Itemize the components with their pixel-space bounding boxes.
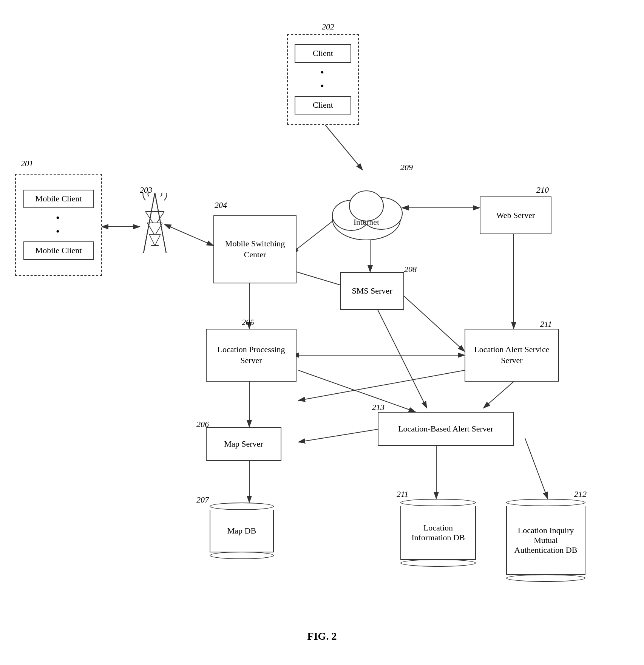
location-inquiry-db-label: Location Inquiry Mutual Authentication D…	[507, 524, 585, 557]
location-inquiry-db-cylinder: Location Inquiry Mutual Authentication D…	[506, 499, 585, 582]
diagram: 202 Client •• Client 201 Mobile Client •…	[0, 0, 644, 665]
ref-213: 213	[372, 402, 385, 412]
mobile-switching-center-label: Mobile Switching Center	[214, 238, 296, 260]
ref-208: 208	[404, 264, 417, 274]
map-server-box: Map Server	[206, 427, 281, 461]
fig-caption: FIG. 2	[0, 630, 644, 642]
location-inquiry-db-bottom	[506, 574, 585, 582]
location-based-alert-server-box: Location-Based Alert Server	[378, 412, 514, 446]
client-box-bottom: Client	[295, 96, 351, 114]
svg-line-5	[322, 121, 363, 170]
location-processing-server-box: Location Processing Server	[206, 329, 297, 382]
mobile-switching-center-box: Mobile Switching Center	[213, 215, 297, 283]
ref-211-lidb: 211	[397, 489, 408, 499]
fig-caption-text: FIG. 2	[307, 630, 337, 642]
ref-205: 205	[242, 317, 254, 327]
map-server-label: Map Server	[224, 439, 263, 450]
tower-icon	[136, 193, 174, 253]
svg-line-20	[525, 438, 548, 499]
location-alert-service-server-label: Location Alert Service Server	[465, 344, 558, 366]
ref-210: 210	[536, 185, 549, 195]
svg-line-11	[400, 293, 465, 351]
mobile-client-box-bottom: Mobile Client	[23, 241, 93, 260]
svg-line-14	[298, 370, 415, 412]
svg-line-13	[298, 370, 465, 401]
ref-207: 207	[196, 495, 209, 505]
location-processing-server-label: Location Processing Server	[207, 344, 296, 366]
ref-204: 204	[215, 200, 227, 210]
web-server-box: Web Server	[480, 196, 551, 234]
svg-line-33	[155, 234, 161, 246]
location-info-db-bottom	[400, 559, 476, 567]
location-info-db-label: Location Information DB	[401, 521, 475, 544]
svg-line-32	[149, 234, 155, 246]
ellipsis-1: ••	[320, 66, 326, 93]
map-db-body: Map DB	[210, 510, 274, 552]
ref-212: 212	[574, 489, 587, 499]
location-inquiry-db-body: Location Inquiry Mutual Authentication D…	[506, 506, 585, 575]
location-based-alert-server-label: Location-Based Alert Server	[398, 424, 493, 435]
location-info-db-body: Location Information DB	[400, 506, 476, 560]
sms-server-box: SMS Server	[340, 272, 404, 310]
map-db-bottom	[210, 552, 274, 559]
location-inquiry-db-top	[506, 499, 585, 506]
svg-text:Internet: Internet	[354, 217, 379, 227]
client-group-box: Client •• Client	[287, 34, 359, 125]
map-db-label: Map DB	[227, 526, 256, 536]
web-server-label: Web Server	[496, 210, 535, 221]
ref-201: 201	[21, 159, 33, 169]
internet-cloud: Internet	[325, 170, 408, 246]
map-db-cylinder: Map DB	[210, 503, 274, 559]
map-db-top	[210, 503, 274, 510]
ellipsis-2: ••	[56, 211, 61, 239]
location-info-db-top	[400, 499, 476, 506]
svg-line-15	[378, 310, 427, 408]
ref-202: 202	[322, 22, 334, 32]
svg-line-21	[483, 382, 514, 408]
ref-211-las: 211	[540, 319, 552, 329]
svg-line-3	[170, 227, 213, 246]
mobile-client-box-top: Mobile Client	[23, 190, 93, 208]
location-alert-service-server-box: Location Alert Service Server	[465, 329, 559, 382]
ref-209: 209	[400, 162, 413, 172]
mobile-client-group-box: Mobile Client •• Mobile Client	[15, 174, 102, 276]
location-info-db-cylinder: Location Information DB	[400, 499, 476, 567]
client-box-top: Client	[295, 44, 351, 63]
sms-server-label: SMS Server	[352, 286, 392, 297]
svg-point-38	[349, 191, 383, 221]
